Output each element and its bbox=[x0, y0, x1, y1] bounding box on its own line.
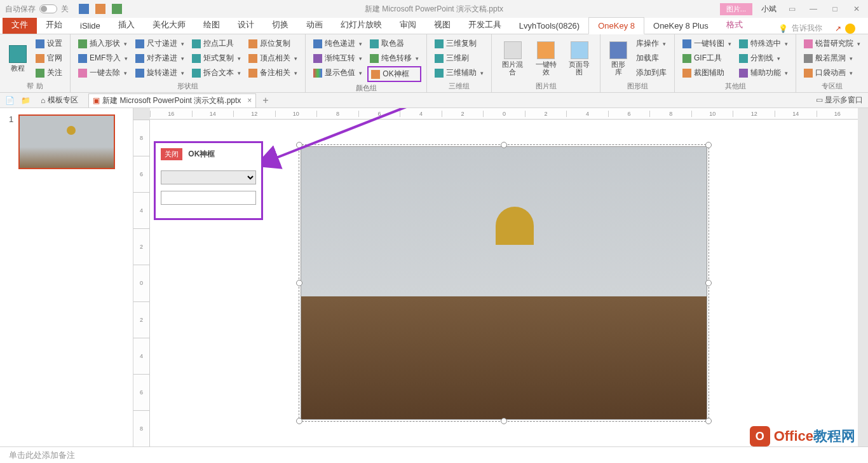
assist-func-button[interactable]: 辅助功能 bbox=[736, 66, 790, 79]
follow-button[interactable]: 关注 bbox=[33, 66, 65, 79]
tab-onekey8plus[interactable]: OneKey 8 Plus bbox=[644, 18, 717, 34]
tab-lvyhtools[interactable]: LvyhTools(0826) bbox=[510, 18, 588, 34]
pocket-anim-button[interactable]: 口袋动画 bbox=[801, 66, 863, 79]
ruipu-button[interactable]: 锐普研究院 bbox=[801, 37, 863, 50]
tab-review[interactable]: 审阅 bbox=[391, 16, 425, 34]
slide-thumbnail-1[interactable] bbox=[18, 114, 115, 169]
vertical-ruler: 864202468 bbox=[133, 120, 150, 446]
minimize-icon[interactable]: — bbox=[807, 4, 820, 13]
save-icon[interactable] bbox=[79, 4, 89, 14]
popup-dropdown[interactable] bbox=[161, 170, 256, 184]
tab-draw[interactable]: 绘图 bbox=[194, 16, 229, 34]
qat-icon-2[interactable] bbox=[95, 4, 105, 14]
3d-copy-button[interactable]: 三维复制 bbox=[432, 37, 486, 50]
website-button[interactable]: 官网 bbox=[33, 52, 65, 65]
split-text-button[interactable]: 拆合文本 bbox=[189, 66, 243, 79]
autosave-toggle[interactable]: 自动保存 关 bbox=[5, 4, 69, 15]
document-tab[interactable]: ▣新建 Microsoft PowerPoint 演示文稿.pptx× bbox=[88, 93, 256, 107]
handle-right[interactable] bbox=[705, 280, 712, 286]
add-to-library-button[interactable]: 添加到库 bbox=[634, 66, 669, 79]
notes-related-button[interactable]: 备注相关 bbox=[246, 66, 300, 79]
template-area-tab[interactable]: ⌂模板专区 bbox=[37, 93, 82, 107]
handle-top[interactable] bbox=[501, 142, 507, 148]
crop-assist-button[interactable]: 裁图辅助 bbox=[680, 66, 734, 79]
group-3d: 三维复制 三维刷 三维辅助 三维组 bbox=[427, 34, 492, 92]
library-ops-button[interactable]: 库操作 bbox=[634, 37, 669, 50]
multi-window-button[interactable]: ▭ 显示多窗口 bbox=[816, 95, 863, 106]
one-click-remove-button[interactable]: 一键去除 bbox=[76, 66, 130, 79]
handle-top-right[interactable] bbox=[705, 142, 712, 148]
tab-onekey8[interactable]: OneKey 8 bbox=[588, 17, 644, 34]
handle-left[interactable] bbox=[296, 280, 302, 286]
size-step-button[interactable]: 尺寸递进 bbox=[133, 37, 187, 50]
share-icon[interactable]: ↗ bbox=[835, 24, 841, 33]
maximize-icon[interactable]: □ bbox=[829, 4, 841, 13]
control-point-button[interactable]: 控点工具 bbox=[189, 37, 243, 50]
add-tab-icon[interactable]: + bbox=[262, 95, 268, 106]
3d-assist-button[interactable]: 三维辅助 bbox=[432, 66, 486, 79]
3d-brush-button[interactable]: 三维刷 bbox=[432, 52, 486, 65]
page-export-button[interactable]: 页面导图 bbox=[564, 37, 595, 80]
ribbon-options-icon[interactable]: ▭ bbox=[785, 4, 798, 13]
ok-magic-box-button[interactable]: OK神框 bbox=[367, 66, 421, 82]
new-doc-icon[interactable]: 📄 bbox=[5, 96, 15, 105]
popup-input[interactable] bbox=[161, 191, 256, 205]
gradient-swap-button[interactable]: 渐纯互转 bbox=[311, 52, 365, 65]
tab-format[interactable]: 格式 bbox=[717, 16, 752, 34]
show-color-value-button[interactable]: 显示色值 bbox=[311, 66, 365, 79]
divider-button[interactable]: 分割线 bbox=[736, 52, 790, 65]
selected-image[interactable] bbox=[301, 146, 707, 420]
inplace-copy-button[interactable]: 原位复制 bbox=[246, 37, 300, 50]
rotate-step-button[interactable]: 旋转递进 bbox=[133, 66, 187, 79]
tab-transitions[interactable]: 切换 bbox=[263, 16, 297, 34]
tab-islide[interactable]: iSlide bbox=[71, 18, 109, 34]
tab-animations[interactable]: 动画 bbox=[297, 16, 332, 34]
emf-import-button[interactable]: EMF导入 bbox=[76, 52, 130, 65]
context-tab-label[interactable]: 图片... bbox=[720, 3, 752, 15]
insert-shape-button[interactable]: 插入形状 bbox=[76, 37, 130, 50]
heart-icon bbox=[36, 69, 44, 78]
group-label-graphic: 图形组 bbox=[606, 80, 669, 91]
handle-bottom-left[interactable] bbox=[296, 418, 302, 424]
handle-top-left[interactable] bbox=[296, 142, 302, 148]
tab-beautify[interactable]: 美化大师 bbox=[144, 16, 194, 34]
special-select-button[interactable]: 特殊选中 bbox=[736, 37, 790, 50]
qat-icon-3[interactable] bbox=[112, 4, 122, 14]
tab-developer[interactable]: 开发工具 bbox=[459, 16, 510, 34]
vertex-button[interactable]: 顶点相关 bbox=[246, 52, 300, 65]
tab-file[interactable]: 文件 bbox=[3, 16, 37, 34]
document-tabstrip: 📄 📁 ⌂模板专区 ▣新建 Microsoft PowerPoint 演示文稿.… bbox=[0, 93, 868, 108]
user-name[interactable]: 小斌 bbox=[761, 4, 776, 15]
image-blend-button[interactable]: 图片混合 bbox=[497, 37, 528, 80]
rgb-icon bbox=[313, 69, 322, 78]
tell-me[interactable]: 💡 告诉我你 ↗ bbox=[778, 23, 855, 34]
shape-library-button[interactable]: 图形库 bbox=[606, 37, 631, 80]
tab-slideshow[interactable]: 幻灯片放映 bbox=[332, 16, 391, 34]
tab-design[interactable]: 设计 bbox=[229, 16, 263, 34]
handle-bottom[interactable] bbox=[501, 418, 507, 424]
smiley-icon[interactable] bbox=[845, 24, 855, 34]
tab-home[interactable]: 开始 bbox=[37, 16, 71, 34]
load-library-button[interactable]: 加载库 bbox=[634, 52, 669, 65]
matrix-copy-button[interactable]: 矩式复制 bbox=[189, 52, 243, 65]
settings-button[interactable]: 设置 bbox=[33, 37, 65, 50]
tab-view[interactable]: 视图 bbox=[425, 16, 459, 34]
notes-pane[interactable]: 单击此处添加备注 bbox=[0, 446, 868, 463]
open-folder-icon[interactable]: 📁 bbox=[21, 96, 31, 105]
close-tab-icon[interactable]: × bbox=[247, 96, 252, 105]
tab-insert[interactable]: 插入 bbox=[109, 16, 144, 34]
one-click-effect-button[interactable]: 一键特效 bbox=[531, 37, 562, 80]
horizontal-ruler: 1614121086420246810121416 bbox=[150, 108, 858, 120]
popup-close-button[interactable]: 关闭 bbox=[161, 148, 182, 160]
close-icon[interactable]: ✕ bbox=[850, 4, 863, 13]
handle-bottom-right[interactable] bbox=[705, 418, 712, 424]
blackhole-button[interactable]: 般若黑洞 bbox=[801, 52, 863, 65]
color-transfer-button[interactable]: 纯色转移 bbox=[367, 52, 421, 65]
solid-step-button[interactable]: 纯色递进 bbox=[311, 37, 365, 50]
eyedropper-button[interactable]: 取色器 bbox=[367, 37, 421, 50]
convert-image-button[interactable]: 一键转图 bbox=[680, 37, 734, 50]
align-step-button[interactable]: 对齐递进 bbox=[133, 52, 187, 65]
tutorial-button[interactable]: 教程 bbox=[5, 37, 31, 80]
gif-tool-button[interactable]: GIF工具 bbox=[680, 52, 734, 65]
convert-icon bbox=[682, 39, 691, 48]
